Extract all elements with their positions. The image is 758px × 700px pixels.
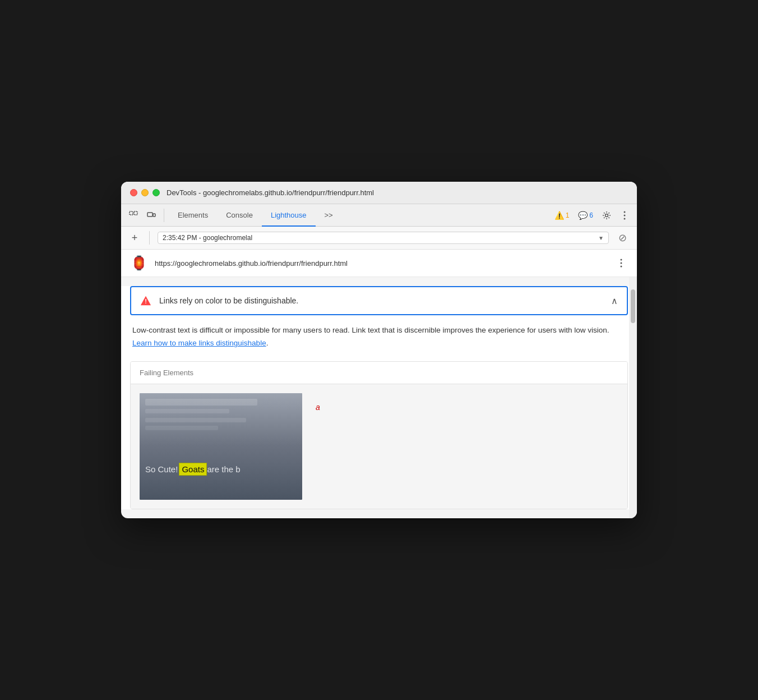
chevron-up-icon: ∧ bbox=[611, 296, 618, 306]
screenshot-highlighted-word: Goats bbox=[179, 463, 207, 476]
address-text: 2:35:42 PM - googlechromelal bbox=[163, 234, 595, 242]
tab-more[interactable]: >> bbox=[316, 204, 342, 227]
svg-point-5 bbox=[624, 211, 626, 213]
scrollbar[interactable] bbox=[629, 277, 637, 518]
failing-body: So Cute! Goats are the b a bbox=[131, 384, 627, 509]
svg-text:!: ! bbox=[145, 298, 147, 305]
svg-rect-3 bbox=[153, 214, 155, 217]
warning-triangle-icon: ! bbox=[140, 295, 151, 306]
tab-console[interactable]: Console bbox=[217, 204, 262, 227]
element-indicator-col: a bbox=[316, 393, 320, 412]
svg-rect-0 bbox=[130, 211, 133, 215]
svg-rect-14 bbox=[145, 399, 257, 406]
warning-icon: ⚠️ bbox=[554, 211, 564, 220]
screenshot-thumbnail: So Cute! Goats are the b bbox=[140, 393, 302, 500]
svg-rect-17 bbox=[145, 426, 218, 430]
warning-badge[interactable]: ⚠️ 1 bbox=[551, 210, 573, 221]
add-button[interactable]: + bbox=[128, 231, 141, 245]
description-text: Low-contrast text is difficult or imposs… bbox=[132, 326, 609, 334]
chevron-down-icon: ▼ bbox=[598, 235, 604, 241]
learn-more-link[interactable]: Learn how to make links distinguishable bbox=[132, 339, 266, 347]
failing-header: Failing Elements bbox=[131, 362, 627, 384]
chat-badge[interactable]: 💬 6 bbox=[575, 210, 597, 221]
toolbar-right: ⚠️ 1 💬 6 bbox=[551, 208, 632, 223]
svg-rect-15 bbox=[145, 409, 229, 413]
svg-rect-16 bbox=[145, 418, 246, 422]
svg-point-7 bbox=[624, 218, 626, 219]
url-more-button[interactable] bbox=[614, 256, 628, 270]
maximize-button[interactable] bbox=[152, 189, 160, 196]
svg-rect-2 bbox=[147, 213, 152, 217]
content-area: ! Links rely on color to be distinguisha… bbox=[121, 286, 637, 509]
more-menu-icon[interactable] bbox=[617, 208, 632, 223]
tab-elements[interactable]: Elements bbox=[169, 204, 217, 227]
clear-button[interactable]: ⊘ bbox=[614, 230, 630, 246]
devtools-window: DevTools - googlechromelabs.github.io/fr… bbox=[121, 182, 637, 518]
svg-rect-1 bbox=[134, 211, 137, 215]
separator-2 bbox=[149, 231, 150, 245]
title-bar: DevTools - googlechromelabs.github.io/fr… bbox=[121, 182, 637, 204]
control-bar: + 2:35:42 PM - googlechromelal ▼ ⊘ bbox=[121, 227, 637, 250]
address-bar[interactable]: 2:35:42 PM - googlechromelal ▼ bbox=[158, 232, 609, 244]
separator-1 bbox=[164, 209, 164, 222]
minimize-button[interactable] bbox=[141, 189, 149, 196]
audit-title: Links rely on color to be distinguishabl… bbox=[159, 296, 603, 305]
screenshot-text-before: So Cute! bbox=[145, 464, 178, 474]
tab-lighthouse[interactable]: Lighthouse bbox=[262, 204, 316, 227]
toolbar: Elements Console Lighthouse >> ⚠️ 1 💬 6 bbox=[121, 204, 637, 227]
main-content: ! Links rely on color to be distinguisha… bbox=[121, 277, 637, 518]
audit-item: ! Links rely on color to be distinguisha… bbox=[130, 286, 628, 315]
screenshot-text-after: are the b bbox=[207, 464, 240, 474]
selector-icon[interactable] bbox=[126, 208, 141, 223]
screenshot-content: So Cute! Goats are the b bbox=[140, 393, 302, 500]
settings-icon[interactable] bbox=[599, 208, 614, 223]
page-url: https://googlechromelabs.github.io/frien… bbox=[155, 259, 608, 268]
audit-header[interactable]: ! Links rely on color to be distinguisha… bbox=[131, 287, 627, 314]
screenshot-text-row: So Cute! Goats are the b bbox=[140, 458, 302, 480]
failing-table: Failing Elements bbox=[130, 361, 628, 509]
svg-point-4 bbox=[606, 214, 608, 217]
svg-point-10 bbox=[621, 266, 622, 268]
svg-point-9 bbox=[621, 262, 622, 264]
element-tag-indicator: a bbox=[316, 403, 320, 412]
traffic-lights bbox=[130, 189, 160, 196]
close-button[interactable] bbox=[130, 189, 137, 196]
svg-point-8 bbox=[621, 259, 622, 261]
lighthouse-favicon: 🏮 bbox=[130, 255, 148, 271]
audit-description: Low-contrast text is difficult or imposs… bbox=[121, 324, 637, 361]
svg-point-6 bbox=[624, 214, 626, 216]
chat-icon: 💬 bbox=[578, 211, 588, 220]
scrollbar-thumb[interactable] bbox=[631, 289, 635, 323]
tab-bar: Elements Console Lighthouse >> bbox=[169, 204, 342, 226]
window-title: DevTools - googlechromelabs.github.io/fr… bbox=[167, 188, 374, 197]
device-toggle-icon[interactable] bbox=[144, 208, 159, 223]
url-row: 🏮 https://googlechromelabs.github.io/fri… bbox=[121, 250, 637, 277]
